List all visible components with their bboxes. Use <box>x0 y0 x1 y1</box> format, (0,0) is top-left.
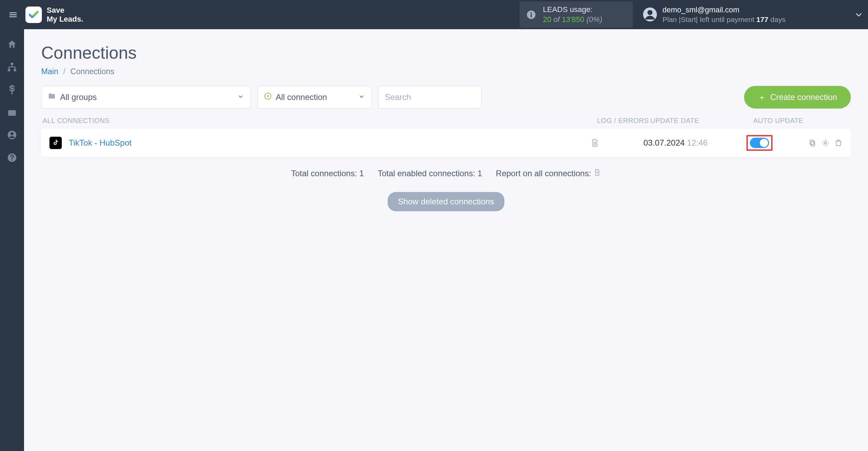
hamburger-icon <box>8 10 18 20</box>
trash-icon[interactable] <box>834 139 843 147</box>
svg-point-10 <box>11 132 14 135</box>
col-header-log: LOG / ERRORS <box>597 117 650 125</box>
connection-log-button[interactable] <box>590 138 643 147</box>
leads-usage-panel[interactable]: LEADS usage: 20 of 13'850 (0%) <box>519 1 633 28</box>
breadcrumb-current: Connections <box>70 67 114 76</box>
nav-account[interactable] <box>7 129 18 140</box>
account-email: demo_sml@gmail.com <box>662 5 786 15</box>
svg-rect-19 <box>810 140 814 145</box>
search-input[interactable] <box>378 86 481 109</box>
chevron-down-icon <box>237 92 244 102</box>
logo-text: Save My Leads. <box>47 6 83 23</box>
summary-report: Report on all connections: <box>496 169 601 178</box>
svg-point-1 <box>530 12 532 13</box>
auto-update-toggle[interactable] <box>750 138 769 148</box>
svg-marker-14 <box>267 95 269 97</box>
toggle-knob <box>760 139 768 147</box>
show-deleted-button[interactable]: Show deleted connections <box>388 192 504 211</box>
summary-total: Total connections: 1 <box>291 169 364 178</box>
logo[interactable] <box>25 7 42 23</box>
tiktok-icon <box>52 139 59 147</box>
account-plan: Plan |Start| left until payment 177 days <box>662 15 786 24</box>
home-icon <box>7 39 17 49</box>
nav-help[interactable] <box>7 152 18 163</box>
nav-home[interactable] <box>7 39 18 50</box>
report-icon[interactable] <box>593 169 601 178</box>
avatar-icon <box>642 7 658 22</box>
status-select-label: All connection <box>276 92 327 102</box>
create-button-label: Create connection <box>770 92 837 102</box>
groups-select[interactable]: All groups <box>41 86 251 109</box>
svg-rect-7 <box>14 69 16 71</box>
summary-row: Total connections: 1 Total enabled conne… <box>41 169 851 178</box>
checkmark-icon <box>28 9 39 21</box>
table-header-row: ALL CONNECTIONS LOG / ERRORS UPDATE DATE… <box>41 117 851 129</box>
row-actions <box>805 139 843 147</box>
svg-point-4 <box>648 10 653 15</box>
status-select[interactable]: All connection <box>258 86 372 109</box>
leads-usage-label: LEADS usage: <box>543 5 602 15</box>
dollar-icon <box>7 84 17 95</box>
folder-icon <box>48 92 56 102</box>
connection-name-link[interactable]: TikTok - HubSpot <box>69 138 590 148</box>
gear-icon[interactable] <box>821 139 830 147</box>
create-connection-button[interactable]: ＋ Create connection <box>744 86 851 109</box>
table-row[interactable]: TikTok - HubSpot 03.07.2024 12:46 <box>41 129 851 157</box>
breadcrumb: Main / Connections <box>41 67 851 76</box>
svg-rect-5 <box>11 63 13 65</box>
account-info[interactable]: demo_sml@gmail.com Plan |Start| left unt… <box>642 5 786 24</box>
connection-update-date: 03.07.2024 12:46 <box>643 138 746 148</box>
svg-rect-18 <box>811 142 815 146</box>
svg-point-20 <box>824 142 826 144</box>
svg-point-12 <box>12 159 13 160</box>
breadcrumb-main-link[interactable]: Main <box>41 67 58 76</box>
app-header: Save My Leads. LEADS usage: 20 of 13'850… <box>0 0 868 29</box>
question-icon <box>7 153 17 163</box>
user-icon <box>7 130 17 140</box>
brand-line2: My Leads. <box>47 15 83 23</box>
info-icon <box>525 9 537 21</box>
groups-select-label: All groups <box>60 92 97 102</box>
brand-line1: Save <box>47 6 83 14</box>
menu-toggle-button[interactable] <box>7 9 19 21</box>
summary-enabled: Total enabled connections: 1 <box>378 169 482 178</box>
auto-update-highlight <box>746 135 773 151</box>
connection-app-icon <box>49 137 62 149</box>
svg-rect-6 <box>8 69 11 71</box>
svg-rect-8 <box>8 110 16 116</box>
copy-icon[interactable] <box>808 139 816 147</box>
chevron-down-icon <box>358 92 365 102</box>
leads-usage-value: 20 of 13'850 (0%) <box>543 15 602 25</box>
col-header-auto: AUTO UPDATE <box>753 117 849 125</box>
nav-connections[interactable] <box>7 61 18 72</box>
filters-row: All groups All connection ＋ Create conne… <box>41 86 851 109</box>
nav-tools[interactable] <box>7 107 18 118</box>
breadcrumb-separator: / <box>63 67 65 76</box>
sitemap-icon <box>7 62 17 72</box>
document-icon <box>590 138 599 147</box>
play-circle-icon <box>264 92 272 102</box>
header-dropdown-caret[interactable] <box>854 10 864 20</box>
col-header-date: UPDATE DATE <box>650 117 753 125</box>
nav-billing[interactable] <box>7 84 18 95</box>
main-content: Connections Main / Connections All group… <box>24 29 868 451</box>
plus-icon: ＋ <box>758 92 766 103</box>
svg-rect-2 <box>531 14 532 17</box>
sidebar-nav <box>0 29 24 451</box>
briefcase-icon <box>7 107 17 117</box>
col-header-name: ALL CONNECTIONS <box>43 117 597 125</box>
page-title: Connections <box>41 43 851 63</box>
